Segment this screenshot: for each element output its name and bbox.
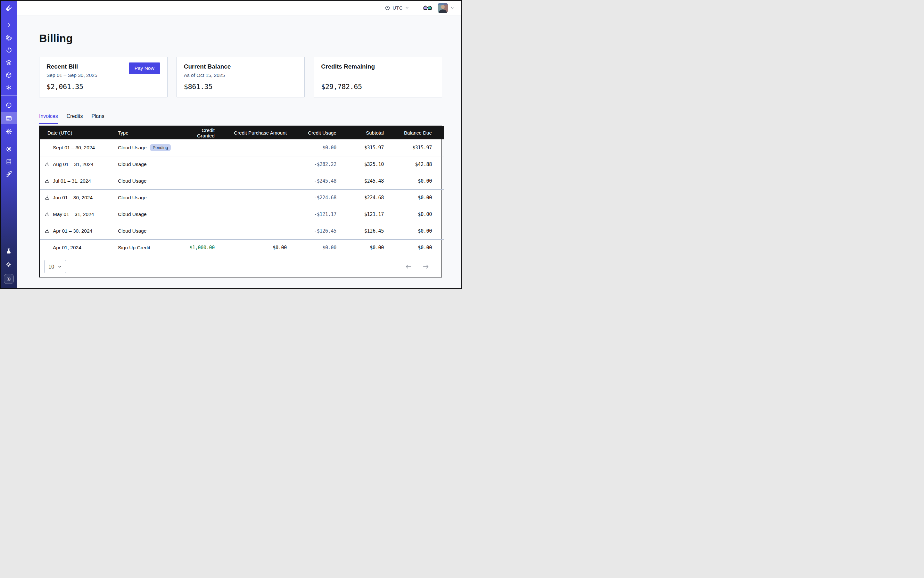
card-subtitle: As of Oct 15, 2025 [184, 72, 231, 78]
credits-remaining-card: Credits Remaining $29,782.65 [313, 57, 442, 97]
balance-due-cell: $42.88 [388, 156, 444, 173]
credit-purchase-cell [219, 223, 291, 239]
invoice-type: Cloud Usage [118, 211, 147, 217]
credit-usage-cell: -$245.48 [291, 173, 341, 189]
invoice-date: Jun 01 – 30, 2024 [53, 195, 93, 201]
sidebar-item-functions[interactable] [1, 82, 17, 93]
download-invoice-button[interactable] [44, 228, 50, 234]
credit-purchase-cell [219, 206, 291, 223]
flask-icon [5, 248, 12, 254]
card-title: Credits Remaining [321, 63, 375, 70]
tab-invoices[interactable]: Invoices [39, 114, 58, 124]
card-subtitle: Sep 01 – Sep 30, 2025 [47, 72, 97, 78]
sidebar-divider [1, 140, 17, 140]
sidebar-item-history[interactable] [1, 44, 17, 56]
download-icon [44, 211, 50, 217]
previous-page-button[interactable] [405, 263, 412, 270]
sidebar-item-docs[interactable] [1, 156, 17, 167]
credit-granted-cell [179, 223, 219, 239]
invoice-date: Jul 01 – 31, 2024 [53, 178, 91, 184]
table-row: Sept 01 – 30, 2024 Cloud Usage Pending $… [40, 140, 444, 156]
chevron-down-icon [405, 6, 409, 10]
download-invoice-button[interactable] [44, 178, 50, 184]
next-page-button[interactable] [422, 263, 429, 270]
spiral-eye-icon [5, 34, 12, 41]
sidebar-item-labs[interactable] [1, 245, 17, 257]
col-credit-granted: Credit Granted [179, 126, 219, 140]
table-row: Jun 01 – 30, 2024 Cloud Usage -$224.68 $… [40, 189, 444, 206]
sidebar-item-layers[interactable] [1, 57, 17, 68]
tab-credits[interactable]: Credits [67, 114, 83, 124]
subtotal-cell: $315.97 [341, 140, 388, 156]
page-size-select[interactable]: 10 [44, 260, 66, 273]
download-icon [44, 228, 50, 234]
credits-remaining-amount: $29,782.65 [321, 83, 435, 91]
pay-now-button[interactable]: Pay Now [129, 62, 160, 74]
download-icon [44, 195, 50, 201]
sun-icon [5, 261, 12, 268]
page-title: Billing [39, 32, 442, 45]
topbar: UTC [17, 1, 461, 15]
invoice-date: May 01 – 31, 2024 [53, 211, 94, 217]
invoice-date: Apr 01 – 30, 2024 [53, 228, 92, 234]
book-sparkle-icon [5, 158, 12, 165]
download-icon [44, 161, 50, 167]
sidebar-divider [1, 96, 17, 96]
arrow-right-icon [422, 263, 429, 270]
credit-usage-cell: -$126.45 [291, 223, 341, 239]
balance-due-cell: $315.97 [388, 140, 444, 156]
col-balance-due: Balance Due [388, 126, 444, 140]
download-invoice-button[interactable] [44, 211, 50, 218]
helm-icon [5, 146, 12, 153]
status-badge: Pending [150, 144, 171, 151]
invoice-type: Cloud Usage [118, 228, 147, 234]
history-timer-icon [5, 47, 12, 54]
chevron-right-icon [5, 22, 12, 28]
sidebar-item-support[interactable] [1, 143, 17, 155]
tab-plans[interactable]: Plans [91, 114, 104, 124]
invoices-table: Date (UTC) Type Credit Granted Credit Pu… [39, 126, 442, 278]
subtotal-cell: $325.10 [341, 156, 388, 173]
subtotal-cell: $245.48 [341, 173, 388, 189]
download-icon [44, 178, 50, 184]
logo-orbit-icon[interactable] [1, 1, 17, 16]
balance-due-cell: $0.00 [388, 206, 444, 223]
table-row: Jul 01 – 31, 2024 Cloud Usage -$245.48 $… [40, 173, 444, 189]
rocket-icon [5, 171, 12, 177]
timezone-selector[interactable]: UTC [385, 5, 409, 11]
credits-rewards-button[interactable]: $ [1, 273, 17, 284]
credit-purchase-cell [219, 189, 291, 206]
current-balance-amount: $861.35 [184, 83, 298, 91]
invoice-table-body: Sept 01 – 30, 2024 Cloud Usage Pending $… [40, 140, 444, 256]
credit-usage-cell: $0.00 [291, 140, 341, 156]
credit-purchase-cell [219, 173, 291, 189]
invoice-date: Aug 01 – 31, 2024 [53, 161, 94, 167]
balance-due-cell: $0.00 [388, 173, 444, 189]
sidebar-expand-button[interactable] [1, 19, 17, 31]
view-mode-button[interactable] [423, 5, 432, 11]
sidebar-item-observe[interactable] [1, 32, 17, 43]
sidebar-item-settings[interactable] [1, 125, 17, 138]
subtotal-cell: $126.45 [341, 223, 388, 239]
credit-purchase-cell [219, 140, 291, 156]
sidebar-item-billing[interactable] [1, 112, 17, 124]
download-invoice-button[interactable] [44, 195, 50, 201]
credit-granted-cell: $1,000.00 [179, 239, 219, 256]
recent-bill-card: Recent Bill Sep 01 – Sep 30, 2025 Pay No… [39, 57, 167, 97]
sidebar-item-usage[interactable] [1, 99, 17, 111]
invoice-type: Cloud Usage [118, 178, 147, 184]
account-menu[interactable] [438, 3, 454, 13]
invoice-type: Cloud Usage [118, 161, 147, 167]
balance-due-cell: $0.00 [388, 239, 444, 256]
invoice-type: Cloud Usage [118, 145, 147, 151]
gear-icon [5, 128, 12, 135]
arrow-left-icon [405, 263, 412, 270]
sidebar-item-container[interactable] [1, 69, 17, 81]
credit-card-icon [5, 115, 12, 122]
avatar [438, 3, 448, 13]
billing-tabs: Invoices Credits Plans [39, 114, 442, 124]
theme-toggle-button[interactable] [1, 259, 17, 270]
download-invoice-button[interactable] [44, 161, 50, 167]
subtotal-cell: $121.17 [341, 206, 388, 223]
sidebar-item-getting-started[interactable] [1, 168, 17, 180]
